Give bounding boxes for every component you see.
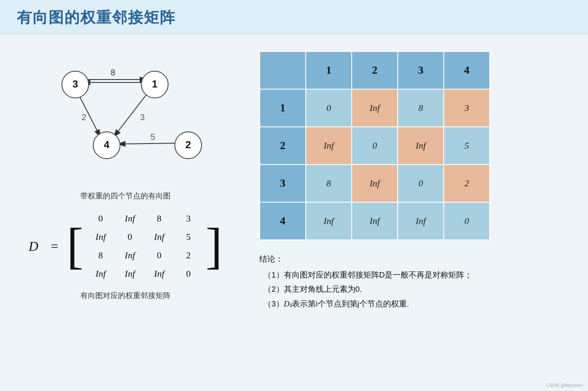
svg-text:2: 2 xyxy=(185,139,191,150)
table-row-header-4: 4 xyxy=(260,202,306,240)
cell-3-3: 0 xyxy=(398,165,444,202)
matrix-cell-r2c3: Inf xyxy=(154,228,164,246)
matrix-cell-r3c4: 2 xyxy=(186,246,191,265)
matrix-cell-r4c2: Inf xyxy=(125,265,135,283)
cell-2-2: 0 xyxy=(352,127,398,165)
cell-4-2: Inf xyxy=(352,202,398,240)
table-col-header-4: 4 xyxy=(444,51,490,89)
cell-1-1: 0 xyxy=(306,89,352,127)
cell-1-3: 8 xyxy=(398,89,444,127)
table-row: 2 Inf 0 Inf 5 xyxy=(260,127,490,165)
svg-line-5 xyxy=(77,92,100,137)
adjacency-matrix-table-wrapper: 1 2 3 4 1 0 Inf 8 3 xyxy=(259,51,563,240)
conclusion-section: 结论： （1）有向图对应的权重邻接矩阵D是一般不再是对称矩阵； （2）其主对角线… xyxy=(259,252,563,311)
cell-4-1: Inf xyxy=(306,202,352,240)
cell-3-2: Inf xyxy=(352,165,398,202)
table-col-header-1: 1 xyxy=(306,51,352,89)
conclusion-dij: Dᵢⱼ xyxy=(284,299,292,308)
matrix-cell-r4c1: Inf xyxy=(95,265,105,283)
matrix-cell-r1c3: 8 xyxy=(157,209,161,228)
table-row-header-3: 3 xyxy=(260,165,306,202)
table-row: 3 8 Inf 0 2 xyxy=(260,165,490,202)
cell-2-4: 5 xyxy=(444,127,490,165)
cell-3-1: 8 xyxy=(306,165,352,202)
matrix-cell-r2c1: Inf xyxy=(95,228,105,246)
matrix-cell-r3c3: 0 xyxy=(157,246,161,265)
matrix-cell-r4c4: 0 xyxy=(186,265,191,283)
adjacency-matrix-table: 1 2 3 4 1 0 Inf 8 3 xyxy=(259,51,490,240)
cell-2-1: Inf xyxy=(306,127,352,165)
svg-text:2: 2 xyxy=(82,113,86,122)
conclusion-point-1: （1）有向图对应的权重邻接矩阵D是一般不再是对称矩阵； xyxy=(263,268,563,282)
conclusion-title: 结论： xyxy=(259,252,563,266)
cell-1-2: Inf xyxy=(352,89,398,127)
svg-text:8: 8 xyxy=(110,68,115,77)
matrix-cell-r1c1: 0 xyxy=(98,209,103,228)
table-row: 4 Inf Inf Inf 0 xyxy=(260,202,490,240)
table-header-empty xyxy=(260,51,306,89)
svg-text:3: 3 xyxy=(140,113,145,122)
matrix-equals: = xyxy=(51,239,59,254)
svg-text:1: 1 xyxy=(152,78,157,90)
table-row-header-2: 2 xyxy=(260,127,306,165)
svg-text:3: 3 xyxy=(72,78,78,90)
matrix-display: [ 0 Inf 8 3 Inf 0 Inf 5 8 Inf xyxy=(67,209,222,283)
bracket-right: ] xyxy=(206,221,222,271)
page-title: 有向图的权重邻接矩阵 xyxy=(17,9,176,26)
svg-line-9 xyxy=(118,143,178,144)
cell-2-3: Inf xyxy=(398,127,444,165)
cell-1-4: 3 xyxy=(444,89,490,127)
table-col-header-2: 2 xyxy=(352,51,398,89)
conclusion-point-2: （2）其主对角线上元素为0. xyxy=(263,282,563,296)
graph-caption: 带权重的四个节点的有向图 xyxy=(80,191,171,201)
cell-4-4: 0 xyxy=(444,202,490,240)
table-col-header-3: 3 xyxy=(398,51,444,89)
matrix-cell-r3c2: Inf xyxy=(125,246,135,265)
conclusion-point-3: （3）Dᵢⱼ表示第i个节点到第j个节点的权重. xyxy=(263,297,563,311)
matrix-cell-r3c1: 8 xyxy=(98,246,103,265)
matrix-cell-r2c4: 5 xyxy=(186,228,191,246)
svg-text:5: 5 xyxy=(151,132,155,141)
matrix-cell-r4c3: Inf xyxy=(154,265,164,283)
matrix-caption: 有向图对应的权重邻接矩阵 xyxy=(80,291,171,301)
cell-3-4: 2 xyxy=(444,165,490,202)
matrix-cell-r1c4: 3 xyxy=(186,209,191,228)
matrix-cell-r2c2: 0 xyxy=(128,228,132,246)
table-row-header-1: 1 xyxy=(260,89,306,127)
matrix-grid: 0 Inf 8 3 Inf 0 Inf 5 8 Inf 0 2 xyxy=(86,209,203,283)
graph-diagram: 8 2 3 5 3 1 xyxy=(38,51,213,185)
table-row: 1 0 Inf 8 3 xyxy=(260,89,490,127)
svg-text:4: 4 xyxy=(104,139,110,150)
bracket-left: [ xyxy=(67,221,84,271)
watermark: CSDN @bamoom xyxy=(546,383,583,388)
matrix-var-label: D xyxy=(28,239,38,254)
cell-4-3: Inf xyxy=(398,202,444,240)
matrix-cell-r1c2: Inf xyxy=(125,209,135,228)
